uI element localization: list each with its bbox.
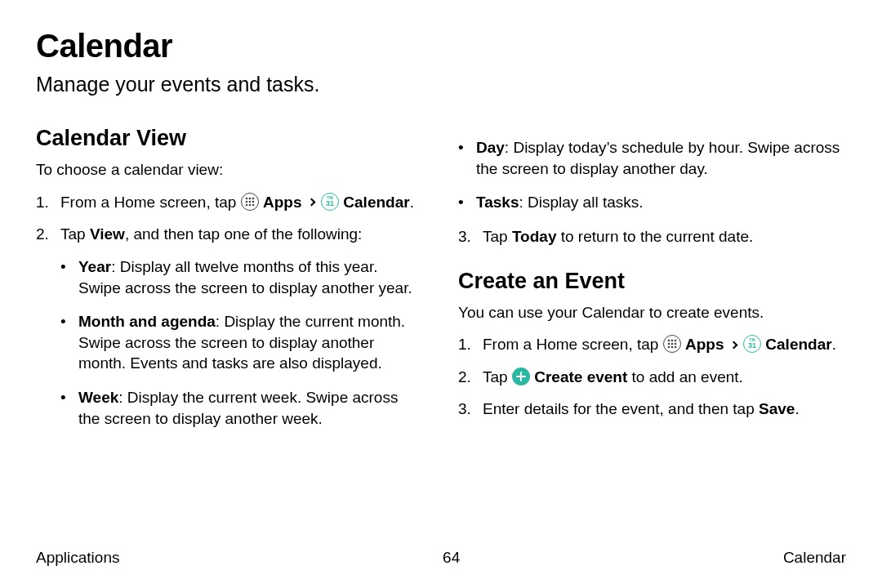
option-label: Day [476, 139, 505, 156]
content-columns: Calendar View To choose a calendar view:… [36, 126, 846, 442]
chevron-right-icon [307, 198, 315, 207]
calendar-icon: TM 31 [743, 335, 761, 353]
step-text: . [410, 194, 414, 211]
svg-point-10 [670, 340, 673, 342]
step-text: Enter details for the event, and then ta… [483, 400, 759, 417]
step-text: to return to the current date. [556, 228, 753, 245]
option-label: Week [78, 389, 118, 406]
step-item: Tap Today to return to the current date. [458, 226, 846, 247]
page-title: Calendar [36, 28, 846, 65]
svg-point-6 [245, 203, 247, 206]
step-text: Tap [483, 368, 512, 385]
svg-point-16 [670, 346, 673, 349]
page-footer: Applications 64 Calendar [36, 549, 846, 567]
svg-point-1 [248, 197, 251, 199]
chevron-right-icon [729, 341, 737, 349]
calendar-icon-day: 31 [748, 342, 756, 350]
step-text: From a Home screen, tap [60, 194, 241, 211]
svg-point-5 [252, 200, 254, 203]
calendar-icon-day: 31 [326, 200, 334, 207]
section-heading-create-event: Create an Event [458, 269, 846, 294]
view-options-list-continued: Day: Display today’s schedule by hour. S… [458, 137, 846, 213]
column-left: Calendar View To choose a calendar view:… [36, 126, 424, 442]
footer-left: Applications [36, 549, 119, 567]
option-text: : Display all tasks. [519, 194, 643, 211]
svg-point-2 [252, 197, 254, 199]
step-item: Enter details for the event, and then ta… [458, 399, 846, 420]
steps-list-continued: Tap Today to return to the current date. [458, 226, 846, 247]
svg-point-13 [670, 343, 673, 345]
section-heading-calendar-view: Calendar View [36, 126, 424, 151]
apps-icon [241, 193, 259, 211]
step-item: From a Home screen, tap Apps TM 31 Calen… [458, 334, 846, 355]
calendar-icon: TM 31 [321, 193, 339, 211]
list-item: Tasks: Display all tasks. [458, 192, 846, 213]
option-label: Month and agenda [78, 313, 216, 330]
svg-point-7 [248, 203, 251, 206]
step-item: Tap View, and then tap one of the follow… [36, 224, 424, 429]
step-text: . [832, 336, 836, 353]
list-item: Year: Display all twelve months of this … [60, 256, 424, 298]
create-event-label: Create event [534, 368, 627, 385]
view-options-list: Year: Display all twelve months of this … [60, 256, 424, 429]
list-item: Week: Display the current week. Swipe ac… [60, 387, 424, 429]
apps-label: Apps [685, 336, 724, 353]
option-text: : Display all twelve months of this year… [78, 258, 412, 296]
today-label: Today [512, 228, 557, 245]
step-text: Tap [60, 225, 90, 243]
step-item: Tap Create event to add an event. [458, 367, 846, 388]
svg-point-12 [667, 343, 670, 345]
save-label: Save [759, 400, 795, 417]
step-item: From a Home screen, tap Apps TM 31 Calen… [36, 192, 424, 213]
list-item: Day: Display today’s schedule by hour. S… [458, 137, 846, 179]
calendar-label: Calendar [765, 336, 831, 353]
column-right: Day: Display today’s schedule by hour. S… [458, 126, 846, 442]
svg-point-4 [248, 200, 251, 203]
footer-page-number: 64 [443, 549, 460, 567]
step-text: . [795, 400, 799, 417]
plus-icon [512, 368, 530, 385]
step-text: , and then tap one of the following: [125, 225, 363, 243]
list-item: Month and agenda: Display the current mo… [60, 311, 424, 374]
svg-point-8 [252, 203, 254, 206]
section-intro: To choose a calendar view: [36, 159, 424, 180]
svg-point-15 [667, 346, 670, 349]
option-label: Tasks [476, 194, 519, 211]
view-label: View [90, 225, 125, 243]
steps-list: From a Home screen, tap Apps TM 31 Calen… [458, 334, 846, 420]
step-text: Tap [483, 228, 512, 245]
steps-list: From a Home screen, tap Apps TM 31 Calen… [36, 192, 424, 430]
calendar-label: Calendar [343, 194, 409, 211]
section-intro: You can use your Calendar to create even… [458, 302, 846, 323]
svg-point-17 [674, 346, 676, 349]
svg-point-14 [674, 343, 676, 345]
apps-icon [663, 335, 681, 353]
svg-point-9 [667, 340, 670, 342]
step-text: From a Home screen, tap [483, 336, 663, 353]
svg-point-11 [674, 340, 676, 342]
option-label: Year [78, 258, 111, 275]
option-text: : Display the current week. Swipe across… [78, 389, 398, 427]
page-subtitle: Manage your events and tasks. [36, 73, 846, 96]
svg-point-3 [245, 200, 247, 203]
svg-point-0 [245, 197, 247, 199]
option-text: : Display today’s schedule by hour. Swip… [476, 139, 840, 177]
step-text: to add an event. [627, 368, 743, 385]
section-create-event: Create an Event You can use your Calenda… [458, 269, 846, 421]
apps-label: Apps [263, 194, 302, 211]
footer-right: Calendar [783, 549, 846, 567]
